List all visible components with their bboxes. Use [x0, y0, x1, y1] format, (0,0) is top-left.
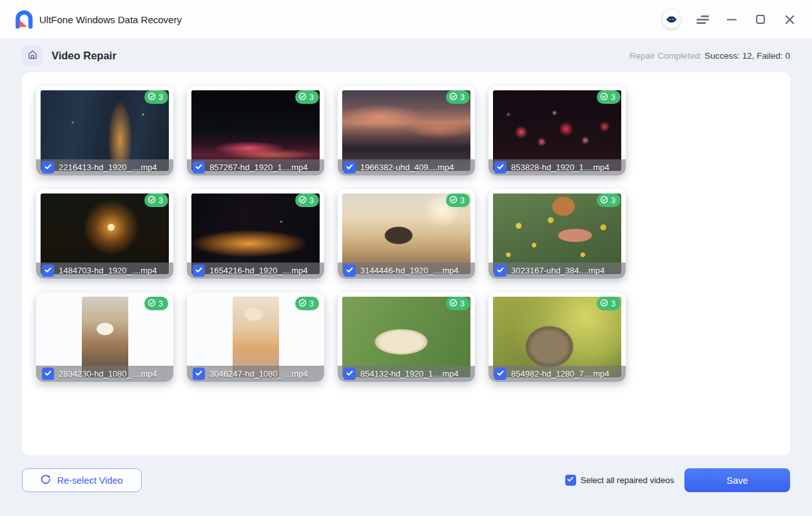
video-checkbox[interactable]: [494, 368, 507, 380]
page-header: Video Repair Repair Completed: Success: …: [0, 39, 812, 72]
check-icon: [195, 265, 203, 277]
check-icon: [345, 368, 354, 380]
select-all-repaired-checkbox[interactable]: Select all repaired videos: [565, 475, 674, 486]
check-icon: [44, 368, 52, 380]
check-icon: [195, 162, 203, 174]
check-circle-icon: [449, 299, 458, 309]
video-checkbox[interactable]: [42, 264, 54, 277]
save-button[interactable]: Save: [684, 468, 790, 492]
filename-bar: 1966382-uhd_409....mp4: [338, 159, 475, 175]
app-title: UltFone Windows Data Recovery: [39, 14, 182, 25]
video-checkbox[interactable]: [193, 161, 205, 174]
video-card[interactable]: 3 2834230-hd_1080_....mp4: [36, 292, 173, 382]
check-circle-icon: [298, 299, 307, 309]
video-card[interactable]: 3 2216413-hd_1920_....mp4: [36, 86, 173, 175]
repair-count-badge: 3: [144, 90, 168, 104]
video-card[interactable]: 3 854982-hd_1280_7....mp4: [488, 292, 626, 382]
filename-bar: 2216413-hd_1920_....mp4: [36, 159, 173, 175]
reselect-video-label: Re-select Video: [57, 475, 122, 486]
repair-count-badge: 3: [446, 194, 470, 207]
repair-count: 3: [611, 299, 615, 308]
video-filename: 1654216-hd_1920_....mp4: [209, 266, 308, 275]
reselect-video-button[interactable]: Re-select Video: [22, 468, 142, 492]
check-circle-icon: [148, 195, 156, 206]
repair-count-badge: 3: [295, 297, 319, 310]
video-checkbox[interactable]: [193, 264, 205, 277]
filename-bar: 854132-hd_1920_1....mp4: [338, 366, 475, 382]
video-checkbox[interactable]: [343, 368, 356, 380]
repair-count-badge: 3: [597, 297, 621, 310]
check-icon: [195, 368, 203, 380]
repair-count: 3: [309, 93, 314, 102]
video-filename: 2216413-hd_1920_....mp4: [59, 163, 157, 172]
repair-count: 3: [159, 196, 163, 205]
titlebar: UltFone Windows Data Recovery: [0, 0, 812, 39]
ultfone-logo-icon: [13, 9, 34, 30]
video-checkbox[interactable]: [343, 161, 356, 174]
video-filename: 854982-hd_1280_7....mp4: [511, 369, 610, 379]
repair-count-badge: 3: [597, 194, 621, 207]
video-card[interactable]: 3 857267-hd_1920_1....mp4: [187, 86, 324, 175]
refresh-icon: [41, 474, 51, 486]
video-filename: 1966382-uhd_409....mp4: [360, 163, 454, 172]
filename-bar: 854982-hd_1280_7....mp4: [488, 366, 626, 382]
video-filename: 1484703-hd_1920_....mp4: [59, 266, 157, 275]
filename-bar: 2834230-hd_1080_....mp4: [36, 366, 173, 382]
check-icon: [44, 162, 52, 174]
repair-count-badge: 3: [597, 90, 621, 104]
video-card[interactable]: 3 3046247-hd_1080_....mp4: [187, 292, 324, 382]
select-all-label: Select all repaired videos: [581, 475, 674, 485]
video-grid-panel: 3 2216413-hd_1920_....mp4 3: [22, 72, 790, 455]
repair-count: 3: [611, 196, 615, 205]
video-filename: 3144446-hd_1920_....mp4: [360, 266, 459, 275]
repair-count: 3: [611, 93, 615, 102]
filename-bar: 3144446-hd_1920_....mp4: [338, 263, 475, 279]
filename-bar: 853828-hd_1920_1....mp4: [488, 159, 626, 175]
video-filename: 2834230-hd_1080_....mp4: [59, 369, 157, 379]
close-button[interactable]: [782, 12, 797, 26]
check-circle-icon: [600, 195, 608, 206]
video-grid: 3 2216413-hd_1920_....mp4 3: [22, 72, 790, 395]
video-checkbox[interactable]: [193, 368, 205, 380]
check-circle-icon: [449, 92, 458, 103]
minimize-button[interactable]: [724, 12, 739, 26]
repair-count: 3: [309, 196, 314, 205]
filename-bar: 1654216-hd_1920_....mp4: [187, 263, 324, 279]
repair-count-badge: 3: [295, 194, 319, 207]
video-card[interactable]: 3 1484703-hd_1920_....mp4: [36, 189, 173, 279]
home-button[interactable]: [22, 45, 43, 66]
video-checkbox[interactable]: [42, 368, 54, 380]
maximize-button[interactable]: [753, 12, 768, 26]
video-card[interactable]: 3 3144446-hd_1920_....mp4: [338, 189, 475, 279]
check-icon: [496, 368, 505, 380]
check-icon: [345, 265, 354, 277]
repair-count: 3: [159, 93, 163, 102]
video-checkbox[interactable]: [494, 161, 507, 174]
check-icon: [496, 162, 505, 174]
video-filename: 853828-hd_1920_1....mp4: [511, 163, 610, 172]
repair-count-badge: 3: [446, 90, 470, 104]
video-checkbox[interactable]: [42, 161, 54, 174]
video-filename: 3023167-uhd_384....mp4: [511, 266, 604, 275]
filename-bar: 3023167-uhd_384....mp4: [488, 263, 626, 279]
video-card[interactable]: 3 854132-hd_1920_1....mp4: [338, 292, 475, 382]
video-card[interactable]: 3 1966382-uhd_409....mp4: [338, 86, 475, 175]
video-checkbox[interactable]: [343, 264, 356, 277]
check-circle-icon: [298, 92, 307, 103]
repair-count: 3: [460, 299, 465, 308]
check-icon: [566, 475, 574, 485]
video-checkbox[interactable]: [494, 264, 507, 277]
window-controls: [662, 10, 797, 28]
check-circle-icon: [148, 299, 156, 309]
checkbox-icon[interactable]: [565, 475, 576, 486]
filename-bar: 857267-hd_1920_1....mp4: [187, 159, 324, 175]
check-icon: [496, 265, 505, 277]
video-card[interactable]: 3 3023167-uhd_384....mp4: [488, 189, 626, 279]
status-value: Success: 12, Failed: 0: [704, 51, 790, 61]
repair-count: 3: [159, 299, 163, 308]
video-card[interactable]: 3 853828-hd_1920_1....mp4: [488, 86, 626, 175]
video-card[interactable]: 3 1654216-hd_1920_....mp4: [187, 189, 324, 279]
assistant-robot-icon[interactable]: [662, 10, 681, 28]
menu-icon[interactable]: [695, 12, 710, 26]
repair-status: Repair Completed: Success: 12, Failed: 0: [630, 51, 790, 61]
